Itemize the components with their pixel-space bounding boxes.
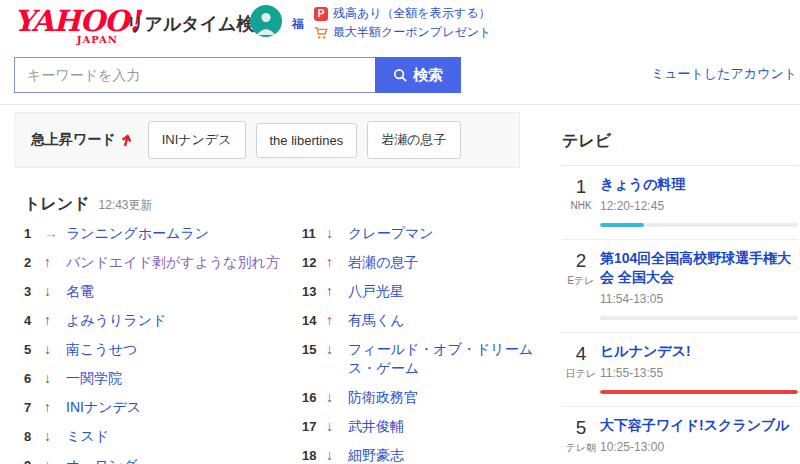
trend-rank: 2 [24,253,44,272]
trend-link[interactable]: 南こうせつ [66,340,302,359]
trending-word-chip[interactable]: INIナンデス [148,121,246,159]
trend-rank: 11 [302,224,326,243]
tv-rank: 2 [562,249,600,273]
trend-direction-icon: ↓ [44,369,66,388]
tv-channel: NHK [562,200,600,211]
trend-link[interactable]: オーロング [66,456,302,464]
coupon-promo-label[interactable]: 最大半額クーポンプレゼント [333,24,491,41]
trend-link[interactable]: ミスド [66,427,302,446]
trend-rank: 18 [302,446,326,464]
tv-rank-cell: 2 Eテレ [562,249,600,332]
trend-link[interactable]: 一関学院 [66,369,302,388]
trend-direction-icon: → [44,224,66,243]
tv-section: テレビ 1 NHK きょうの料理 12:20-12:45 2 Eテレ 第104回… [562,131,798,464]
tv-rank: 1 [562,175,600,199]
trend-title: トレンド [24,194,90,215]
trend-direction-icon: ↓ [326,388,348,407]
trend-link[interactable]: 防衛政務官 [348,388,546,407]
trending-word-chip[interactable]: 岩瀬の息子 [367,121,460,159]
tv-progress-bar [600,390,798,394]
trend-link[interactable]: 八戸光星 [348,282,546,301]
trend-direction-icon: ↑ [44,253,66,272]
trend-link[interactable]: 岩瀬の息子 [348,253,546,272]
trend-direction-icon: ↑ [326,282,348,301]
search-box: 検索 [14,57,461,93]
tv-program-time: 10:25-13:00 [600,440,798,454]
paypay-icon: P [314,7,328,21]
trend-rank: 13 [302,282,326,301]
cart-icon [314,26,328,40]
trend-direction-icon: ↑ [326,253,348,272]
user-avatar[interactable] [250,5,282,37]
trend-row: 11↓クレープマン [302,224,546,243]
trend-updated-time: 12:43更新 [99,197,153,214]
trend-link[interactable]: バンドエイド剥がすような別れ方 [66,253,302,272]
yahoo-japan-logo[interactable]: YAHOO! JAPAN [14,4,120,44]
search-icon [393,68,408,83]
tv-program-link[interactable]: ヒルナンデス! [600,342,798,361]
trend-row: 6↓一関学院 [24,369,302,388]
trend-list: 1→ランニングホームラン 2↑バンドエイド剥がすような別れ方 3↓名電 4↑よみ… [24,224,546,464]
tv-rank: 5 [562,416,600,440]
trend-link[interactable]: 名電 [66,282,302,301]
trend-link[interactable]: 武井俊輔 [348,417,546,436]
tv-rank-cell: 4 日テレ [562,342,600,406]
trend-link[interactable]: 細野豪志 [348,446,546,464]
tv-program-row: 2 Eテレ 第104回全国高校野球選手権大会 全国大会 11:54-13:05 [562,240,798,333]
trend-rank: 12 [302,253,326,272]
paypay-balance-label[interactable]: 残高あり（全額を表示する） [333,5,490,22]
trend-rank: 6 [24,369,44,388]
trend-link[interactable]: フィールド・オブ・ドリームス・ゲーム [348,340,546,378]
trend-link[interactable]: INIナンデス [66,398,302,417]
trend-rank: 4 [24,311,44,330]
promo-links: P 残高あり（全額を表示する） 最大半額クーポンプレゼント [314,5,491,43]
trend-link[interactable]: よみうりランド [66,311,302,330]
search-button[interactable]: 検索 [375,57,461,93]
trend-rank: 9 [24,456,44,464]
trend-column-right: 11↓クレープマン 12↑岩瀬の息子 13↑八戸光星 14↑有馬くん 15↓フィ… [302,224,546,464]
trend-row: 16↓防衛政務官 [302,388,546,407]
trend-link[interactable]: ランニングホームラン [66,224,302,243]
trend-row: 12↑岩瀬の息子 [302,253,546,272]
trend-direction-icon: ↑ [326,311,348,330]
trending-word-chip[interactable]: the libertines [256,123,358,158]
tv-program-content: 第104回全国高校野球選手権大会 全国大会 11:54-13:05 [600,249,798,332]
tv-program-link[interactable]: 第104回全国高校野球選手権大会 全国大会 [600,249,798,287]
trend-direction-icon: ↓ [326,224,348,243]
trending-words-label: 急上昇ワード [31,131,134,149]
trend-row: 1→ランニングホームラン [24,224,302,243]
search-input[interactable] [14,57,375,93]
trend-row: 17↓武井俊輔 [302,417,546,436]
trend-row: 15↓フィールド・オブ・ドリームス・ゲーム [302,340,546,378]
tv-channel: 日テレ [562,367,600,381]
trend-link[interactable]: 有馬くん [348,311,546,330]
trending-words-box: 急上昇ワード INIナンデス the libertines 岩瀬の息子 [14,112,520,168]
tv-program-row: 1 NHK きょうの料理 12:20-12:45 [562,166,798,240]
trend-direction-icon: ↓ [326,446,348,464]
coupon-promo-link[interactable]: 最大半額クーポンプレゼント [314,24,491,41]
tv-program-row: 4 日テレ ヒルナンデス! 11:55-13:55 [562,333,798,407]
tv-rank-cell: 1 NHK [562,175,600,239]
trend-rank: 16 [302,388,326,407]
paypay-balance-link[interactable]: P 残高あり（全額を表示する） [314,5,491,22]
muted-accounts-link[interactable]: ミュートしたアカウント [651,65,797,83]
trend-direction-icon: ↓ [326,417,348,436]
tv-program-link[interactable]: 大下容子ワイド!スクランブル [600,416,798,435]
tv-progress-fill [600,390,798,394]
trending-up-icon [119,133,134,148]
trend-rank: 14 [302,311,326,330]
trend-rank: 7 [24,398,44,417]
trend-direction-icon: ↓ [326,340,348,359]
person-icon [250,5,282,37]
trend-column-left: 1→ランニングホームラン 2↑バンドエイド剥がすような別れ方 3↓名電 4↑よみ… [24,224,302,464]
header-divider [0,104,800,105]
trend-rank: 17 [302,417,326,436]
realtime-search-page: YAHOO! JAPAN リアルタイム検索 福 P 残高あり（全額を表示する） … [0,0,800,464]
trend-direction-icon: ↑ [44,398,66,417]
tv-program-time: 11:54-13:05 [600,292,798,306]
trend-link[interactable]: クレープマン [348,224,546,243]
tv-program-content: ヒルナンデス! 11:55-13:55 [600,342,798,406]
tv-program-link[interactable]: きょうの料理 [600,175,798,194]
tv-progress-fill [600,223,644,227]
tv-section-title: テレビ [562,131,798,166]
